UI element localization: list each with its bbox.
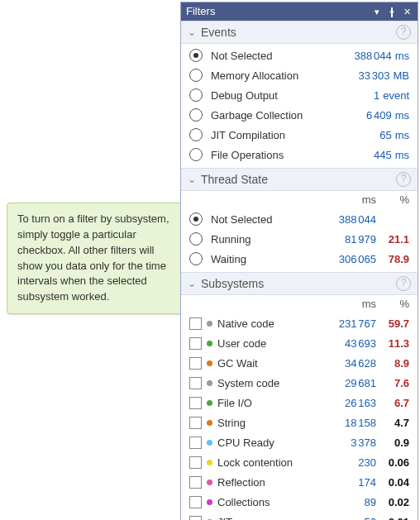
event-unit: event [383,89,409,102]
event-value: 6 409 [339,109,392,122]
subsystem-ms: 231 767 [323,317,376,330]
pin-icon[interactable] [386,2,398,21]
color-dot-icon [207,420,212,426]
checkbox[interactable] [189,417,202,429]
color-dot-icon [207,380,212,386]
checkbox[interactable] [189,496,202,508]
chevron-down-icon[interactable]: ⌄ [188,278,196,289]
thread-label: Waiting [211,253,323,265]
help-icon[interactable]: ? [396,172,411,187]
radio[interactable] [189,49,203,62]
event-row[interactable]: Garbage Collection6 409ms [181,105,418,125]
event-label: Not Selected [211,50,339,62]
event-row[interactable]: Memory Allocation33 303MB [181,65,418,85]
radio[interactable] [189,148,203,161]
checkbox[interactable] [189,377,202,389]
checkbox[interactable] [189,357,202,370]
event-row[interactable]: Not Selected388 044ms [181,45,418,65]
event-value: 65 [339,129,392,141]
subsystem-ms: 26 163 [323,397,376,409]
section-header-events[interactable]: ⌄ Events ? [181,21,418,44]
callout-tip: To turn on a filter by subsystem, simply… [7,203,185,314]
events-list: Not Selected388 044msMemory Allocation33… [181,44,418,168]
help-icon[interactable]: ? [396,25,411,40]
subsystem-row[interactable]: JIT560.01 [181,512,418,520]
checkbox[interactable] [189,437,202,449]
radio[interactable] [189,232,203,246]
radio[interactable] [189,212,203,226]
event-value: 445 [339,149,392,161]
subsystem-row[interactable]: Lock contention2300.06 [181,452,418,472]
subsystem-ms: 3 378 [323,437,376,449]
chevron-down-icon[interactable]: ⌄ [188,174,196,185]
checkbox[interactable] [189,397,202,409]
radio[interactable] [189,252,203,265]
event-row[interactable]: JIT Compilation65ms [181,125,418,145]
checkbox[interactable] [189,476,202,489]
checkbox[interactable] [189,456,202,469]
thread-row[interactable]: Running81 97921.1 [181,229,418,249]
subsystem-label: Collections [217,496,323,508]
subsystem-ms: 43 693 [323,337,376,350]
event-unit: MB [394,69,410,82]
color-dot-icon [207,479,212,485]
event-label: JIT Compilation [211,129,339,141]
event-value: 33 303 [337,69,390,82]
color-dot-icon [207,341,212,346]
subsystem-pct: 4.7 [376,417,409,429]
subsystem-pct: 7.6 [376,377,409,389]
thread-ms: 306 065 [323,253,376,265]
checkbox[interactable] [189,317,202,330]
thread-pct: 21.1 [376,233,409,246]
subsystems-header: ms % [181,295,418,312]
event-row[interactable]: Debug Output1event [181,85,418,105]
checkbox[interactable] [189,516,202,521]
color-dot-icon [207,321,212,327]
subsystem-row[interactable]: Native code231 76759.7 [181,313,418,333]
filters-panel: Filters ▾ ✕ ⌄ Events ? Not Selected388 0… [180,2,418,520]
section-title-thread-state: Thread State [201,173,396,186]
checkbox[interactable] [189,337,202,350]
section-header-subsystems[interactable]: ⌄ Subsystems ? [181,272,418,295]
chevron-down-icon[interactable]: ⌄ [188,26,196,38]
col-ms: ms [323,193,376,206]
subsystem-ms: 18 158 [323,417,376,429]
subsystem-pct: 59.7 [376,317,409,330]
section-header-thread-state[interactable]: ⌄ Thread State ? [181,168,418,191]
subsystem-row[interactable]: String18 1584.7 [181,413,418,432]
event-unit: ms [395,50,409,62]
radio[interactable] [189,69,203,82]
thread-pct: 78.9 [376,253,409,265]
radio[interactable] [189,128,203,141]
close-icon[interactable]: ✕ [401,2,413,21]
event-unit: ms [395,109,409,122]
subsystem-row[interactable]: Collections890.02 [181,492,418,512]
subsystem-ms: 34 628 [323,357,376,370]
subsystem-pct: 0.9 [376,437,409,449]
subsystem-row[interactable]: System code29 6817.6 [181,373,418,393]
callout-text: To turn on a filter by subsystem, simply… [17,212,169,303]
help-icon[interactable]: ? [396,276,411,291]
subsystem-row[interactable]: User code43 69311.3 [181,333,418,353]
subsystem-row[interactable]: CPU Ready3 3780.9 [181,432,418,452]
thread-row[interactable]: Waiting306 06578.9 [181,249,418,269]
event-label: Garbage Collection [211,109,339,122]
subsystem-label: CPU Ready [217,437,323,449]
thread-row[interactable]: Not Selected388 044 [181,209,418,229]
subsystem-ms: 29 681 [323,377,376,389]
subsystem-row[interactable]: Reflection1740.04 [181,472,418,492]
subsystem-label: String [217,417,323,429]
radio[interactable] [189,88,203,102]
subsystem-ms: 230 [323,456,376,469]
event-label: Memory Allocation [211,69,337,82]
event-unit: ms [395,129,409,141]
thread-state-list: Not Selected388 044Running81 97921.1Wait… [181,208,418,272]
menu-dropdown-icon[interactable]: ▾ [371,2,383,21]
subsystem-pct: 6.7 [376,397,409,409]
event-row[interactable]: File Operations445ms [181,145,418,165]
subsystem-row[interactable]: File I/O26 1636.7 [181,393,418,413]
thread-ms: 388 044 [323,213,376,226]
radio[interactable] [189,108,203,122]
subsystem-row[interactable]: GC Wait34 6288.9 [181,353,418,373]
panel-title: Filters [186,2,368,21]
